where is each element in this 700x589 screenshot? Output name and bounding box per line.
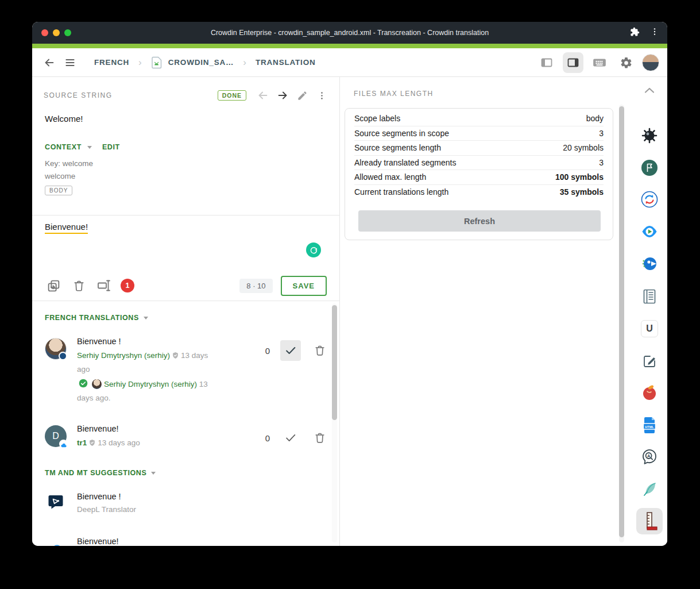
translation-text[interactable]: Bienvenue ! xyxy=(77,337,226,346)
translation-time: 13 days ago xyxy=(98,438,140,447)
files-max-length-heading: FILES MAX LENGTH xyxy=(354,90,434,98)
avatar xyxy=(92,379,102,389)
char-counter: 8 · 10 xyxy=(239,279,272,293)
translation-input[interactable]: Bienvenue! xyxy=(45,222,88,232)
breadcrumb-language[interactable]: FRENCH xyxy=(94,58,129,67)
delete-icon[interactable] xyxy=(311,342,328,359)
u-tile-icon[interactable]: U xyxy=(636,315,663,342)
breadcrumb-mode[interactable]: TRANSLATION xyxy=(256,58,316,67)
svg-text:A: A xyxy=(647,453,651,459)
source-string-heading: SOURCE STRING xyxy=(44,91,113,99)
delete-icon[interactable] xyxy=(311,429,328,446)
translator-badge-icon xyxy=(59,352,67,360)
save-button[interactable]: SAVE xyxy=(281,276,327,296)
teal-flag-icon[interactable] xyxy=(636,155,663,181)
tm-mt-suggestions-heading[interactable]: TM AND MT SUGGESTIONS xyxy=(45,469,146,477)
prev-string-arrow-icon[interactable] xyxy=(253,87,273,103)
browser-window: Crowdin Enterprise - crowdin_sample_andr… xyxy=(32,22,667,546)
red-ornament-icon[interactable] xyxy=(636,379,663,406)
author-link[interactable]: Serhiy Dmytryshyn (serhiy) xyxy=(77,351,170,360)
scrollbar-thumb[interactable] xyxy=(619,106,624,537)
scrollbar[interactable] xyxy=(619,105,624,542)
row-label: Source segments length xyxy=(354,143,441,152)
row-value: 100 symbols xyxy=(555,172,604,182)
breadcrumb-file[interactable]: CROWDIN_SA… xyxy=(168,58,234,67)
french-translations-heading[interactable]: FRENCH TRANSLATIONS xyxy=(45,314,139,322)
table-row: Current translations length 35 symbols xyxy=(354,185,604,200)
table-row: Allowed max. length 100 symbols xyxy=(354,170,604,185)
svg-text:HTML: HTML xyxy=(645,425,654,429)
divider xyxy=(32,215,339,215)
row-value: 3 xyxy=(599,129,604,138)
row-value: 3 xyxy=(599,158,604,167)
eye-play-icon[interactable] xyxy=(636,218,663,245)
scrollbar[interactable] xyxy=(332,303,337,542)
table-row: Already translated segments 3 xyxy=(354,156,604,171)
refresh-button[interactable]: Refresh xyxy=(358,210,601,232)
row-label: Allowed max. length xyxy=(354,172,426,182)
translation-text[interactable]: Bienvenue! xyxy=(77,424,226,433)
suggestion-row[interactable]: Bienvenue! xyxy=(45,537,340,546)
panel-left-icon[interactable] xyxy=(536,52,557,73)
close-window-button[interactable] xyxy=(41,29,48,36)
compose-note-icon[interactable] xyxy=(636,348,663,374)
string-context: welcome xyxy=(45,170,93,183)
issues-count-badge[interactable]: 1 xyxy=(121,279,134,292)
suggestion-row[interactable]: Bienvenue ! DeepL Translator xyxy=(45,492,340,514)
approver-link[interactable]: Serhiy Dmytryshyn (serhiy) xyxy=(104,380,197,388)
book-icon[interactable] xyxy=(636,283,663,310)
string-key: Key: welcome xyxy=(45,157,93,170)
author-link[interactable]: tr1 xyxy=(77,438,87,447)
search-a-bubble-icon[interactable]: A xyxy=(636,444,663,471)
user-avatar[interactable] xyxy=(642,54,659,71)
delete-translation-icon[interactable] xyxy=(70,277,87,294)
minimize-window-button[interactable] xyxy=(53,29,60,36)
scrollbar-thumb[interactable] xyxy=(332,305,337,420)
back-arrow-icon[interactable] xyxy=(39,52,60,73)
copy-source-icon[interactable] xyxy=(45,277,62,294)
chevron-down-icon xyxy=(151,472,156,475)
table-row: Source segments length 20 symbols xyxy=(354,141,604,156)
blue-g-icon[interactable] xyxy=(636,251,663,277)
avatar xyxy=(45,338,67,360)
sync-arrows-icon[interactable] xyxy=(636,186,663,213)
app-toolbar: FRENCH › CROWDIN_SA… › TRANSLATION xyxy=(32,48,667,77)
kebab-menu-icon[interactable] xyxy=(312,87,331,103)
row-label: Source segments in scope xyxy=(354,129,449,138)
suggestion-provider: DeepL Translator xyxy=(77,505,340,514)
row-label: Scope labels xyxy=(354,114,400,123)
context-label[interactable]: CONTEXT xyxy=(45,143,82,151)
extensions-rail: U HTML A xyxy=(632,77,667,546)
translation-row: D Bienvenue! tr113 days ago 0 xyxy=(45,424,340,451)
extensions-puzzle-icon[interactable] xyxy=(630,27,640,39)
grammarly-icon[interactable] xyxy=(306,242,321,257)
keyboard-icon[interactable] xyxy=(589,52,610,73)
suggestion-text[interactable]: Bienvenue ! xyxy=(77,492,340,501)
shield-check-icon xyxy=(172,351,179,363)
zoom-window-button[interactable] xyxy=(64,29,71,36)
next-string-arrow-icon[interactable] xyxy=(273,87,292,103)
edit-pencil-icon[interactable] xyxy=(292,87,312,103)
gear-icon[interactable] xyxy=(616,52,636,73)
chevron-down-icon xyxy=(87,146,92,149)
select-text-icon[interactable] xyxy=(95,277,113,294)
panel-right-icon[interactable] xyxy=(563,52,583,73)
row-value: 35 symbols xyxy=(560,187,604,197)
hamburger-menu-icon[interactable] xyxy=(60,52,80,73)
html-file-icon[interactable]: HTML xyxy=(636,412,663,438)
avatar: D xyxy=(45,425,67,447)
suggestion-text[interactable]: Bienvenue! xyxy=(77,537,340,546)
approve-button[interactable] xyxy=(280,428,301,448)
ruler-icon[interactable] xyxy=(636,508,663,534)
browser-kebab-menu-icon[interactable] xyxy=(650,27,659,39)
shield-check-icon xyxy=(88,438,96,451)
deepl-icon xyxy=(47,493,64,510)
feather-icon[interactable] xyxy=(636,476,663,502)
edit-context-link[interactable]: EDIT xyxy=(102,143,120,151)
mine-icon[interactable] xyxy=(636,122,663,149)
table-row: Source segments in scope 3 xyxy=(354,126,604,141)
collapse-chevron-up-icon[interactable] xyxy=(636,77,663,103)
source-string-text: Welcome! xyxy=(45,114,83,124)
approve-button[interactable] xyxy=(280,340,301,361)
label-chip-body: BODY xyxy=(45,186,72,195)
